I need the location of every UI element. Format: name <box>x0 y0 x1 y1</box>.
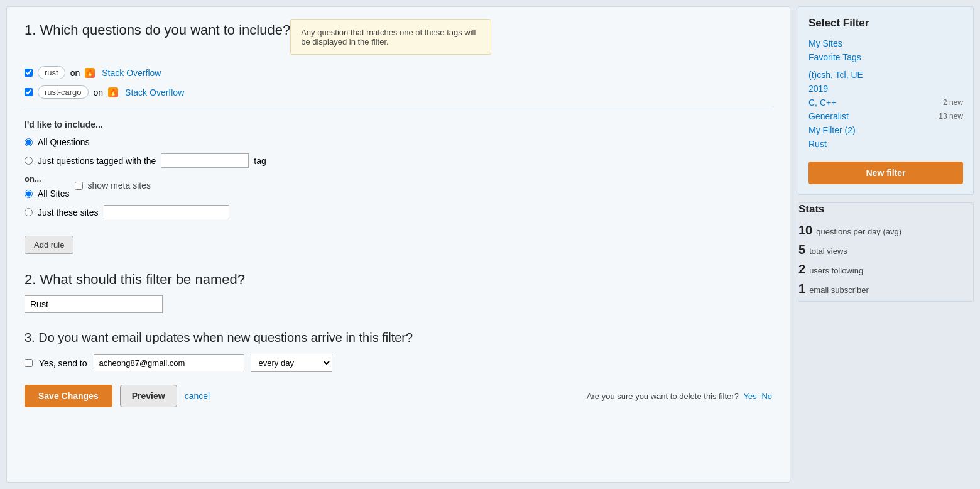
radio-tagged[interactable] <box>24 157 33 165</box>
delete-confirm-text: Are you sure you want to delete this fil… <box>587 392 739 401</box>
radio-all-sites[interactable] <box>24 190 33 198</box>
filter-generalist-link[interactable]: Generalist <box>808 111 849 121</box>
show-meta-row: show meta sites <box>75 180 151 190</box>
filter-cpp-badge: 2 new <box>943 98 963 107</box>
stat-views-label: total views <box>809 246 847 256</box>
delete-confirm-row: Are you sure you want to delete this fil… <box>587 392 772 401</box>
tag-text-input[interactable] <box>161 153 249 168</box>
section3-title: 3. Do you want email updates when new qu… <box>24 331 772 345</box>
filter-rust-link[interactable]: Rust <box>808 139 827 149</box>
stat-subscribers-label: email subscriber <box>809 285 869 295</box>
filter-myfilter-link[interactable]: My Filter (2) <box>808 125 856 135</box>
save-changes-button[interactable]: Save Changes <box>24 385 112 407</box>
divider1 <box>24 109 772 109</box>
preview-button[interactable]: Preview <box>120 385 177 407</box>
stat-users-number: 2 <box>798 262 805 277</box>
cancel-link[interactable]: cancel <box>185 391 210 401</box>
section1-title: 1. Which questions do you want to includ… <box>24 22 290 38</box>
stats-title: Stats <box>798 203 973 216</box>
section2: 2. What should this filter be named? Rus… <box>24 272 772 313</box>
tag-row-rust: rust on 🔥 Stack Overflow <box>24 66 772 79</box>
add-rule-button[interactable]: Add rule <box>24 236 74 254</box>
radio-tagged-row: Just questions tagged with the tag <box>24 153 772 168</box>
stat-views: 5 total views <box>798 243 973 257</box>
delete-yes-link[interactable]: Yes <box>744 392 757 401</box>
stat-users: 2 users following <box>798 262 973 277</box>
on-text-rustcargo: on <box>94 87 104 97</box>
my-sites-link[interactable]: My Sites <box>808 38 963 48</box>
stat-questions-label: questions per day (avg) <box>816 227 901 236</box>
show-meta-label: show meta sites <box>88 180 151 190</box>
yes-send-to-label: Yes, send to <box>39 358 87 368</box>
favorite-tags-link[interactable]: Favorite Tags <box>808 52 963 62</box>
tag-rustcargo-checkbox[interactable] <box>24 88 33 96</box>
section2-title: 2. What should this filter be named? <box>24 272 772 288</box>
tag-rust-checkbox[interactable] <box>24 69 33 77</box>
filter-tcsh-link[interactable]: (t)csh, Tcl, UE <box>808 70 863 80</box>
email-input[interactable] <box>94 354 244 371</box>
tag-suffix: tag <box>254 156 266 166</box>
tag-rustcargo-pill: rust-cargo <box>38 85 89 99</box>
radio-all-sites-label: All Sites <box>38 189 70 199</box>
show-meta-checkbox[interactable] <box>75 182 83 190</box>
delete-no-link[interactable]: No <box>761 392 772 401</box>
radio-all-questions[interactable] <box>24 138 33 146</box>
filter-item-tcsh: (t)csh, Tcl, UE <box>808 70 963 80</box>
stackoverflow-link-rust[interactable]: Stack Overflow <box>102 68 161 78</box>
filter-item-cpp: C, C++ 2 new <box>808 97 963 107</box>
filter-2019-link[interactable]: 2019 <box>808 84 828 94</box>
filter-name-input[interactable]: Rust <box>24 295 163 313</box>
radio-all-sites-row: All Sites show meta sites <box>24 189 772 199</box>
filter-item-rust: Rust <box>808 139 963 149</box>
main-panel: 1. Which questions do you want to includ… <box>6 6 790 483</box>
filter-generalist-badge: 13 new <box>939 112 963 121</box>
filter-item-generalist: Generalist 13 new <box>808 111 963 121</box>
filter-item-myfilter: My Filter (2) <box>808 125 963 135</box>
stat-users-label: users following <box>809 266 863 275</box>
sidebar: Select Filter My Sites Favorite Tags (t)… <box>798 6 974 483</box>
stat-subscribers: 1 email subscriber <box>798 282 973 296</box>
tooltip-box: Any question that matches one of these t… <box>290 19 491 55</box>
filter-cpp-link[interactable]: C, C++ <box>808 97 836 107</box>
stat-subscribers-number: 1 <box>798 282 805 296</box>
select-filter-section: Select Filter My Sites Favorite Tags (t)… <box>798 6 974 195</box>
radio-just-sites-row: Just these sites <box>24 205 772 219</box>
sites-text-input[interactable] <box>104 205 229 219</box>
stat-questions: 10 questions per day (avg) <box>798 223 973 238</box>
stat-questions-number: 10 <box>798 223 812 238</box>
stackoverflow-icon-cargo: 🔥 <box>108 87 118 97</box>
radio-tagged-label: Just questions tagged with the <box>38 156 156 166</box>
action-row: Save Changes Preview cancel Are you sure… <box>24 385 772 407</box>
radio-all-questions-label: All Questions <box>38 137 89 147</box>
on-text-rust: on <box>70 68 80 78</box>
filter-list: (t)csh, Tcl, UE 2019 C, C++ 2 new Genera… <box>808 70 963 149</box>
stat-views-number: 5 <box>798 243 805 257</box>
select-filter-title: Select Filter <box>808 17 963 30</box>
include-label: I'd like to include... <box>24 119 772 129</box>
email-row: Yes, send to every day every week every … <box>24 354 772 372</box>
frequency-select[interactable]: every day every week every 3 days <box>251 354 332 372</box>
stackoverflow-link-cargo[interactable]: Stack Overflow <box>125 87 184 97</box>
section3: 3. Do you want email updates when new qu… <box>24 331 772 407</box>
section1: 1. Which questions do you want to includ… <box>24 22 772 254</box>
filter-item-2019: 2019 <box>808 84 963 94</box>
stackoverflow-icon-rust: 🔥 <box>85 68 95 78</box>
tag-rust-pill: rust <box>38 66 65 79</box>
new-filter-button[interactable]: New filter <box>808 162 963 184</box>
radio-all-questions-row: All Questions <box>24 137 772 147</box>
email-yes-checkbox[interactable] <box>24 359 33 367</box>
radio-just-sites-label: Just these sites <box>38 207 99 217</box>
stats-section: Stats 10 questions per day (avg) 5 total… <box>798 202 974 302</box>
tag-row-rustcargo: rust-cargo on 🔥 Stack Overflow <box>24 85 772 99</box>
radio-just-sites[interactable] <box>24 208 33 216</box>
